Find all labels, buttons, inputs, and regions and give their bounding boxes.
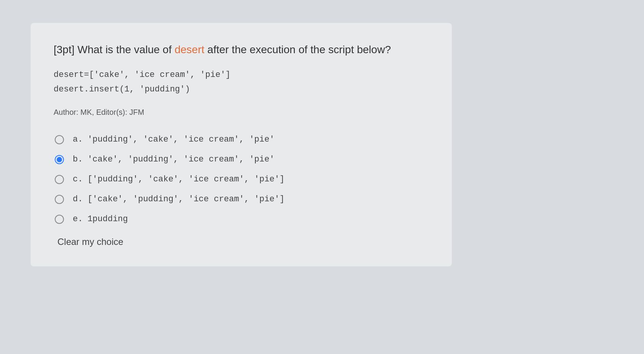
code-line-2: desert.insert(1, 'pudding') <box>54 82 429 96</box>
option-item-e[interactable]: e.1pudding <box>54 214 429 225</box>
question-card: [3pt] What is the value of desert after … <box>31 23 452 266</box>
option-label-0: a. <box>73 135 83 144</box>
radio-container-1 <box>54 154 65 165</box>
question-highlight: desert <box>175 44 204 55</box>
radio-container-2 <box>54 174 65 185</box>
option-label-1: b. <box>73 155 83 164</box>
radio-inner-1 <box>57 157 62 162</box>
radio-outer-1 <box>55 155 64 164</box>
option-text-2: ['pudding', 'cake', 'ice cream', 'pie'] <box>87 175 284 184</box>
option-text-0: 'pudding', 'cake', 'ice cream', 'pie' <box>87 135 274 144</box>
radio-outer-4 <box>55 215 64 224</box>
option-text-1: 'cake', 'pudding', 'ice cream', 'pie' <box>87 155 274 164</box>
radio-outer-0 <box>55 135 64 144</box>
radio-outer-3 <box>55 195 64 204</box>
radio-container-0 <box>54 134 65 145</box>
radio-outer-2 <box>55 175 64 184</box>
options-list: a.'pudding', 'cake', 'ice cream', 'pie'b… <box>54 134 429 225</box>
code-block: desert=['cake', 'ice cream', 'pie'] dese… <box>54 68 429 96</box>
question-suffix: after the execution of the script below? <box>204 44 391 55</box>
option-text-4: 1pudding <box>87 214 128 224</box>
clear-choice-button[interactable]: Clear my choice <box>54 237 429 247</box>
radio-container-4 <box>54 214 65 225</box>
option-item-a[interactable]: a.'pudding', 'cake', 'ice cream', 'pie' <box>54 134 429 145</box>
question-prefix: [3pt] What is the value of <box>54 44 175 55</box>
option-item-c[interactable]: c.['pudding', 'cake', 'ice cream', 'pie'… <box>54 174 429 185</box>
option-item-b[interactable]: b.'cake', 'pudding', 'ice cream', 'pie' <box>54 154 429 165</box>
code-line-1: desert=['cake', 'ice cream', 'pie'] <box>54 68 429 82</box>
option-item-d[interactable]: d.['cake', 'pudding', 'ice cream', 'pie'… <box>54 194 429 205</box>
question-title: [3pt] What is the value of desert after … <box>54 42 429 57</box>
option-label-4: e. <box>73 214 83 224</box>
option-label-2: c. <box>73 175 83 184</box>
author-line: Author: MK, Editor(s): JFM <box>54 108 429 117</box>
option-label-3: d. <box>73 194 83 204</box>
option-text-3: ['cake', 'pudding', 'ice cream', 'pie'] <box>87 194 284 204</box>
radio-container-3 <box>54 194 65 205</box>
